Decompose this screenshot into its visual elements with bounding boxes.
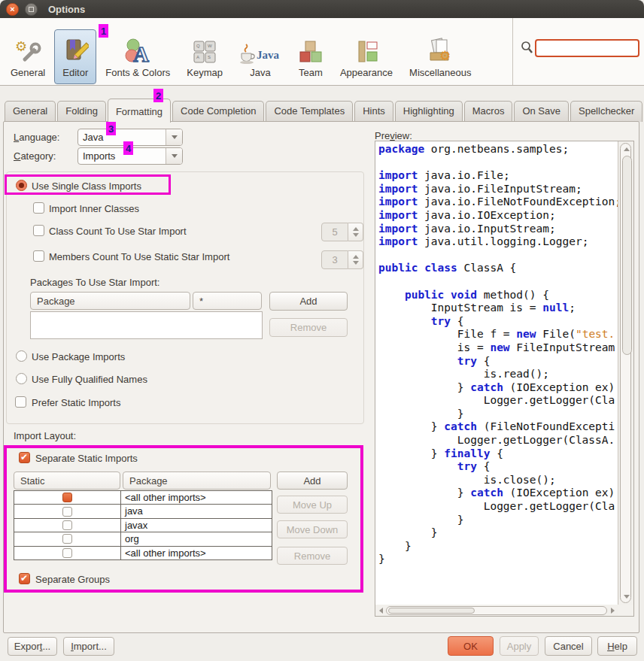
static-checkbox[interactable]: [62, 507, 72, 517]
help-button[interactable]: Help: [597, 636, 637, 656]
tab-code-templates[interactable]: Code Templates: [266, 101, 353, 122]
layout-table-row[interactable]: org: [14, 532, 272, 546]
chevron-down-icon[interactable]: [166, 148, 182, 164]
gear-wrench-icon: ⚙: [14, 35, 41, 65]
toolbar-items: ⚙GeneralEditorAFonts & ColorsQWASKeymapJ…: [3, 20, 480, 84]
toolbar-item-appearance[interactable]: Appearance: [333, 29, 400, 84]
svg-text:A: A: [196, 55, 199, 59]
prefer-static-imports-checkbox[interactable]: [15, 396, 26, 408]
close-icon[interactable]: ×: [6, 3, 19, 16]
code-line: public class ClassA {: [378, 262, 618, 275]
toolbar-item-general[interactable]: ⚙General: [3, 29, 53, 84]
toolbar-item-label: Keymap: [187, 67, 223, 78]
star-table-header-star[interactable]: *: [193, 292, 262, 310]
spinner-arrows-icon[interactable]: [348, 250, 363, 269]
horizontal-scrollbar[interactable]: [375, 605, 618, 616]
language-label: Language:: [14, 132, 59, 143]
ok-button[interactable]: OK: [448, 636, 494, 656]
book-pencil-icon: [62, 35, 89, 65]
tab-general[interactable]: General: [5, 101, 56, 122]
static-checkbox[interactable]: [62, 493, 72, 502]
horizontal-scroll-thumb[interactable]: [388, 608, 475, 614]
layout-table-row[interactable]: <all other imports>: [14, 491, 272, 505]
toolbar-item-fonts-colors[interactable]: AFonts & Colors: [98, 29, 178, 84]
static-cell: [14, 519, 121, 532]
use-fully-qualified-names-radio[interactable]: [16, 373, 27, 384]
toolbar-item-java[interactable]: JavaJava: [232, 29, 289, 84]
tab-spellchecker[interactable]: Spellchecker: [570, 101, 642, 122]
preview-code[interactable]: package org.netbeans.samples;import java…: [375, 141, 618, 605]
static-cell: [14, 532, 121, 545]
static-checkbox[interactable]: [62, 534, 72, 544]
layout-table-header-package[interactable]: Package: [123, 471, 271, 490]
code-line: } finally {: [378, 447, 618, 461]
star-table-body[interactable]: [30, 311, 263, 339]
toolbar-item-label: Appearance: [340, 67, 393, 78]
scroll-up-icon[interactable]: [624, 147, 630, 151]
layout-panels-icon: [354, 35, 379, 65]
options-dialog: × Options ⚙GeneralEditorAFonts & ColorsQ…: [0, 0, 644, 661]
layout-table-header-static[interactable]: Static: [14, 471, 120, 490]
separate-groups-checkbox[interactable]: [19, 573, 30, 584]
toolbar-item-keymap[interactable]: QWASKeymap: [179, 29, 230, 84]
tab-code-completion[interactable]: Code Completion: [172, 101, 264, 122]
import-button[interactable]: Import...: [63, 637, 114, 656]
layout-table-row[interactable]: javax: [14, 519, 272, 532]
layout-remove-button[interactable]: Remove: [277, 547, 348, 565]
package-cell: javax: [121, 519, 272, 532]
code-line: }: [378, 526, 618, 540]
code-line: package org.netbeans.samples;: [378, 143, 618, 156]
star-table-header-package[interactable]: Package: [30, 292, 190, 310]
scroll-right-icon[interactable]: [611, 608, 615, 614]
svg-text:S: S: [208, 55, 211, 59]
cancel-button[interactable]: Cancel: [545, 636, 592, 656]
class-count-spinner[interactable]: 5: [321, 223, 363, 241]
category-toolbar: ⚙GeneralEditorAFonts & ColorsQWASKeymapJ…: [0, 18, 644, 86]
tab-macros[interactable]: Macros: [464, 101, 513, 122]
star-remove-button[interactable]: Remove: [269, 318, 348, 337]
toolbar-item-miscellaneous[interactable]: ⚙Miscellaneous: [402, 29, 478, 84]
tab-highlighting[interactable]: Highlighting: [395, 101, 463, 122]
vertical-scrollbar[interactable]: [618, 141, 633, 605]
move-up-button[interactable]: Move Up: [277, 496, 348, 514]
separate-static-imports-checkbox[interactable]: [19, 452, 30, 463]
layout-table-row[interactable]: java: [14, 505, 272, 518]
code-line: try {: [378, 315, 618, 329]
code-line: InputStream is = null;: [378, 302, 618, 315]
use-single-class-imports-radio[interactable]: [16, 180, 27, 191]
members-count-spinner[interactable]: 3: [321, 250, 363, 269]
titlebar[interactable]: × Options: [0, 0, 644, 18]
restore-icon[interactable]: [25, 3, 38, 16]
move-down-button[interactable]: Move Down: [277, 520, 348, 538]
scroll-down-icon[interactable]: [624, 595, 630, 599]
members-count-checkbox[interactable]: [33, 250, 44, 262]
toolbar-item-label: Fonts & Colors: [105, 67, 170, 78]
svg-text:Q: Q: [196, 44, 200, 48]
class-count-checkbox[interactable]: [33, 225, 44, 236]
layout-table-row[interactable]: <all other imports>: [14, 547, 272, 559]
tab-hints[interactable]: Hints: [354, 101, 393, 122]
use-package-imports-radio[interactable]: [16, 350, 27, 362]
static-checkbox[interactable]: [62, 548, 72, 558]
toolbar-item-label: Java: [250, 67, 270, 78]
class-count-label: Class Count To Use Star Import: [49, 226, 187, 237]
tab-bar: GeneralFoldingFormattingCode CompletionC…: [5, 97, 644, 122]
search-input[interactable]: [535, 39, 639, 57]
tab-folding[interactable]: Folding: [57, 101, 106, 122]
toolbar-item-label: Team: [299, 67, 323, 78]
code-line: File f = new File("test.: [378, 328, 618, 341]
tab-on-save[interactable]: On Save: [514, 101, 569, 122]
scroll-left-icon[interactable]: [379, 608, 383, 614]
export-button[interactable]: Export...: [8, 637, 57, 656]
star-add-button[interactable]: Add: [269, 292, 348, 311]
vertical-scroll-thumb[interactable]: [622, 156, 632, 355]
toolbar-item-team[interactable]: Team: [290, 29, 331, 84]
layout-add-button[interactable]: Add: [277, 471, 348, 490]
apply-button[interactable]: Apply: [500, 636, 539, 656]
static-checkbox[interactable]: [62, 520, 72, 530]
spinner-arrows-icon[interactable]: [348, 223, 363, 241]
chevron-down-icon[interactable]: [166, 129, 182, 145]
toolbar-item-editor[interactable]: Editor: [54, 29, 96, 84]
code-line: [378, 249, 618, 262]
import-inner-classes-checkbox[interactable]: [33, 202, 44, 214]
